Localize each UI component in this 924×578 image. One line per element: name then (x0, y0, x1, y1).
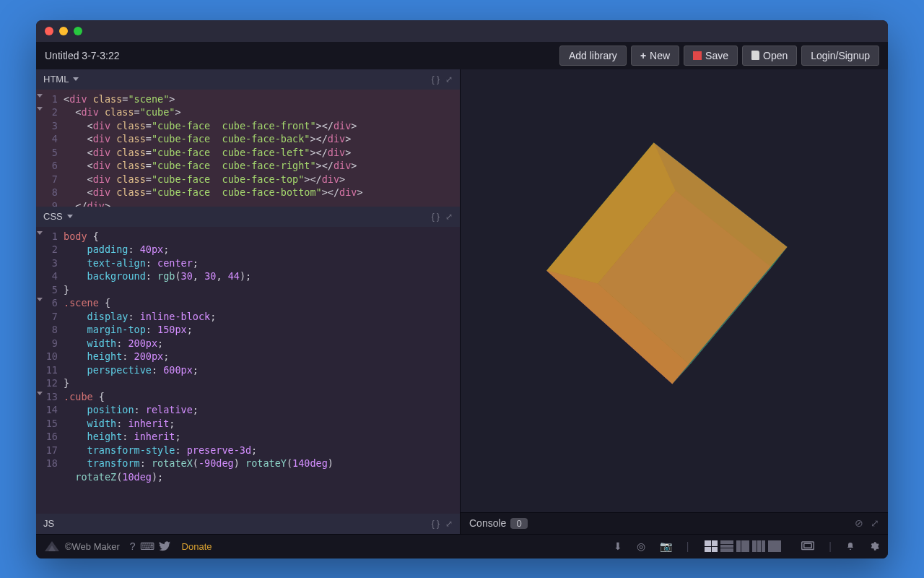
minimize-icon[interactable] (59, 27, 68, 35)
css-panel-header[interactable]: CSS { } ⤢ (36, 207, 460, 227)
login-signup-button[interactable]: Login/Signup (801, 46, 879, 66)
layout-4-icon[interactable] (752, 540, 765, 552)
expand-icon[interactable]: ⤢ (871, 517, 879, 529)
svg-rect-1 (804, 543, 812, 548)
notifications-icon[interactable] (846, 542, 855, 551)
css-panel-label: CSS (43, 211, 63, 222)
js-panel: JS { } ⤢ (36, 514, 460, 534)
editors-pane: HTML { } ⤢ 12345678910 <div class="scene… (36, 69, 461, 534)
zoom-icon[interactable] (74, 27, 82, 35)
preview-cube (600, 207, 731, 316)
plus-icon (640, 50, 646, 61)
save-button[interactable]: Save (684, 46, 738, 66)
braces-icon[interactable]: { } (432, 74, 440, 85)
html-code-body[interactable]: <div class="scene"> <div class="cube"> <… (62, 90, 460, 207)
workspace: HTML { } ⤢ 12345678910 <div class="scene… (36, 69, 888, 534)
download-icon[interactable]: ⬇ (614, 540, 622, 552)
donate-link[interactable]: Donate (182, 541, 212, 552)
logo-icon (45, 541, 59, 551)
css-editor[interactable]: 123456789101112131415161718 body { paddi… (36, 227, 460, 514)
layout-1-icon[interactable] (705, 540, 718, 552)
js-panel-label: JS (43, 518, 54, 529)
html-editor[interactable]: 12345678910 <div class="scene"> <div cla… (36, 90, 460, 207)
css-code-body[interactable]: body { padding: 40px; text-align: center… (62, 227, 460, 514)
layout-2-icon[interactable] (720, 540, 733, 552)
cube-face-top (546, 142, 788, 384)
console-count-badge: 0 (510, 518, 527, 529)
keyboard-icon[interactable]: ⌨ (140, 540, 154, 552)
document-icon (751, 51, 759, 60)
html-panel: HTML { } ⤢ 12345678910 <div class="scene… (36, 69, 460, 207)
css-panel: CSS { } ⤢ 123456789101112131415161718 bo… (36, 207, 460, 514)
add-library-button[interactable]: Add library (559, 46, 627, 66)
open-button[interactable]: Open (742, 46, 797, 66)
expand-icon[interactable]: ⤢ (445, 519, 453, 529)
layout-5-icon[interactable] (768, 540, 781, 552)
new-button[interactable]: New (631, 46, 679, 66)
brand-label: ©Web Maker (65, 541, 120, 552)
layout-3-icon[interactable] (736, 540, 749, 552)
footer: ©Web Maker ? ⌨ Donate ⬇ ◎ 📷 | | (36, 534, 888, 558)
css-gutter: 123456789101112131415161718 (36, 227, 62, 514)
preview (461, 69, 888, 512)
chevron-down-icon[interactable] (73, 77, 79, 81)
detach-icon[interactable] (801, 541, 814, 551)
js-panel-header[interactable]: JS { } ⤢ (36, 514, 460, 534)
brand[interactable]: ©Web Maker (45, 541, 120, 552)
console-label: Console (469, 517, 506, 529)
braces-icon[interactable]: { } (432, 519, 440, 529)
chevron-down-icon[interactable] (67, 215, 73, 218)
braces-icon[interactable]: { } (432, 212, 440, 222)
preview-scene (602, 197, 746, 341)
layout-switcher (705, 540, 781, 552)
preview-pane: Console 0 ⊘ ⤢ (461, 69, 888, 534)
html-gutter: 12345678910 (36, 90, 62, 207)
help-icon[interactable]: ? (130, 540, 136, 552)
screenshot-icon[interactable]: 📷 (660, 540, 672, 552)
console-bar[interactable]: Console 0 ⊘ ⤢ (461, 512, 888, 534)
html-panel-label: HTML (43, 74, 69, 85)
expand-icon[interactable]: ⤢ (445, 212, 453, 222)
settings-icon[interactable] (869, 541, 879, 551)
project-title[interactable]: Untitled 3-7-3:22 (45, 50, 555, 61)
html-panel-header[interactable]: HTML { } ⤢ (36, 69, 460, 90)
footer-tools: ⬇ ◎ 📷 | | (609, 540, 879, 552)
no-entry-icon[interactable]: ⊘ (855, 517, 863, 529)
close-icon[interactable] (45, 27, 53, 35)
twitter-icon[interactable] (159, 541, 170, 551)
toolbar: Untitled 3-7-3:22 Add library New Save O… (36, 42, 888, 69)
titlebar (36, 20, 888, 42)
app-window: Untitled 3-7-3:22 Add library New Save O… (36, 20, 888, 558)
save-icon (693, 51, 702, 60)
window-controls (45, 27, 82, 35)
codepen-icon[interactable]: ◎ (637, 540, 645, 552)
